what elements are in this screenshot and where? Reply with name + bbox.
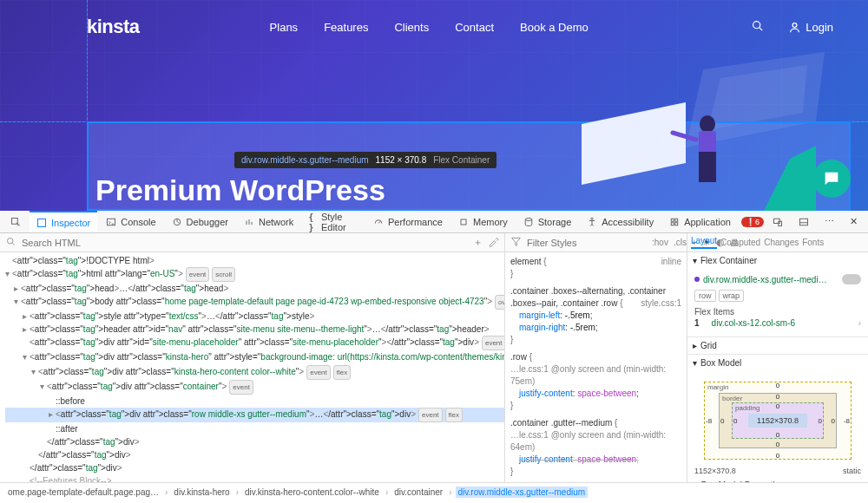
tab-console[interactable]: Console (99, 211, 162, 232)
hero-heading: Premium WordPress (95, 173, 385, 207)
site-logo[interactable]: kinsta (87, 16, 140, 38)
html-tree[interactable]: <attr">class="tag">!DOCTYPE html>▾<attr"… (0, 252, 505, 482)
svg-rect-14 (675, 222, 678, 225)
flex-container-header[interactable]: ▾Flex Container (687, 252, 868, 269)
error-count[interactable]: ❕6 (741, 217, 764, 227)
filter-styles-input[interactable] (527, 238, 647, 248)
computed-tab[interactable]: Computed (720, 238, 760, 247)
svg-point-9 (525, 218, 532, 220)
inspector-tooltip: div.row.middle-xs.gutter--medium 1152 × … (234, 152, 496, 168)
tab-performance[interactable]: Performance (366, 211, 450, 232)
svg-rect-17 (800, 219, 808, 225)
pick-element-icon[interactable] (3, 211, 28, 232)
hero-illustration (573, 98, 816, 211)
svg-rect-6 (38, 219, 46, 226)
flex-overlay-toggle[interactable] (842, 274, 861, 284)
chat-widget[interactable] (812, 160, 851, 198)
svg-point-10 (591, 218, 593, 219)
tab-accessibility[interactable]: Accessibility (580, 211, 661, 232)
search-html-input[interactable] (22, 238, 468, 248)
svg-rect-12 (675, 219, 678, 221)
search-icon[interactable] (752, 19, 763, 35)
nav-demo[interactable]: Book a Demo (520, 21, 589, 34)
dock-icon[interactable] (792, 211, 816, 232)
close-icon[interactable]: ✕ (843, 211, 865, 232)
inspected-page-preview: kinsta Plans Features Clients Contact Bo… (0, 0, 868, 211)
layout-tab[interactable]: Layout (691, 236, 717, 249)
tab-debugger[interactable]: Debugger (165, 211, 235, 232)
tab-inspector[interactable]: Inspector (30, 211, 97, 232)
tab-application[interactable]: Application (662, 211, 738, 232)
tab-memory[interactable]: Memory (451, 211, 515, 232)
changes-tab[interactable]: Changes (764, 238, 799, 247)
flex-container-sel[interactable]: div.row.middle-xs.gutter--medi… (703, 275, 827, 284)
boxmodel-header[interactable]: ▾Box Model (687, 355, 868, 371)
svg-rect-11 (671, 219, 674, 221)
add-node-icon[interactable]: ＋ (473, 236, 483, 249)
cls-toggle[interactable]: .cls (674, 238, 687, 247)
nav-features[interactable]: Features (324, 21, 368, 34)
svg-rect-8 (461, 219, 466, 225)
fonts-tab[interactable]: Fonts (802, 238, 824, 247)
svg-point-2 (700, 115, 715, 133)
site-nav: kinsta Plans Features Clients Contact Bo… (0, 0, 868, 54)
layout-pane: ▾Flex Container div.row.middle-xs.gutter… (687, 252, 868, 482)
flex-item[interactable]: div.col-xs-12.col-sm-6 (712, 318, 796, 328)
responsive-icon[interactable] (766, 211, 790, 232)
login-link[interactable]: Login (789, 21, 833, 34)
tab-style-editor[interactable]: { }Style Editor (302, 211, 365, 232)
nav-plans[interactable]: Plans (270, 21, 299, 34)
hov-toggle[interactable]: :hov (652, 238, 668, 247)
search-icon (5, 236, 16, 249)
svg-point-18 (7, 238, 13, 244)
box-model-diagram[interactable]: margin 00-8-8 border 0000 padding 0000 1… (704, 382, 852, 460)
bm-props-header[interactable]: ▾ Box Model Properties (694, 480, 861, 482)
more-icon[interactable]: ⋯ (818, 211, 841, 232)
filter-icon (510, 236, 522, 249)
tab-storage[interactable]: Storage (516, 211, 579, 232)
nav-contact[interactable]: Contact (455, 21, 494, 34)
tab-network[interactable]: Network (237, 211, 300, 232)
nav-links: Plans Features Clients Contact Book a De… (270, 21, 589, 34)
devtools-tabs: Inspector Console Debugger Network { }St… (0, 211, 868, 233)
chip-wrap[interactable]: wrap (719, 290, 745, 302)
chip-row[interactable]: row (694, 290, 716, 302)
nav-clients[interactable]: Clients (394, 21, 429, 34)
svg-rect-13 (671, 222, 674, 225)
devtools: Inspector Console Debugger Network { }St… (0, 211, 868, 501)
svg-point-0 (753, 22, 760, 29)
svg-rect-7 (108, 219, 115, 225)
svg-rect-3 (699, 131, 716, 155)
svg-rect-4 (699, 152, 716, 182)
svg-point-1 (792, 23, 797, 27)
grid-header[interactable]: ▸Grid (687, 337, 868, 354)
styles-pane[interactable]: element {inline}.container .boxes--alter… (505, 252, 687, 482)
breadcrumb[interactable]: ome.page-template-default.page.pag…›div.… (0, 482, 868, 501)
eyedropper-icon[interactable] (488, 236, 499, 249)
